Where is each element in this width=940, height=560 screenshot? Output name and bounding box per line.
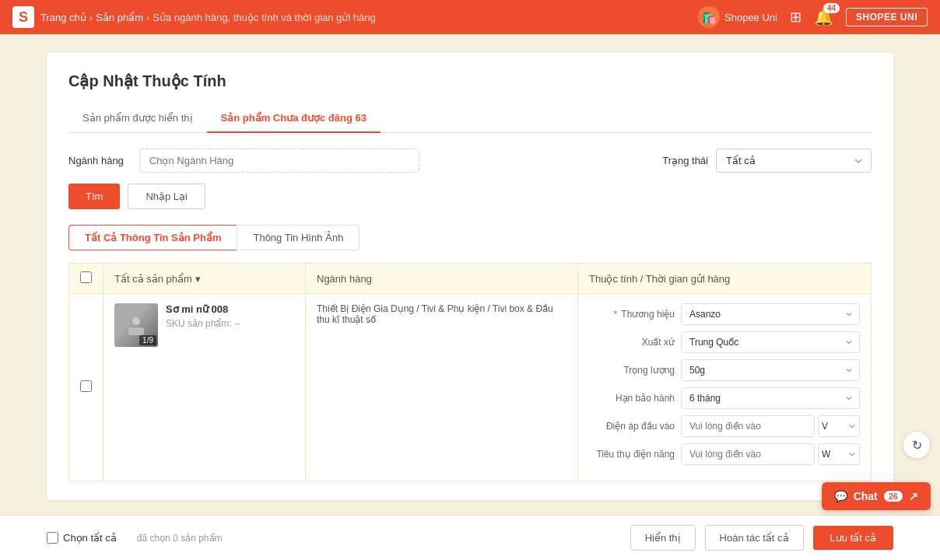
shopee-uni-link[interactable]: 🛍️ Shopee Uni (698, 6, 777, 28)
trang-thai-label: Trạng thái (662, 155, 708, 166)
row-product-cell: 1/9 Sơ mi nữ 008 SKU sản phẩm: -- (103, 294, 306, 481)
uni-avatar: 🛍️ (698, 6, 720, 28)
attr-dien-ap-input-wrap: V (681, 415, 860, 437)
side-refresh-icon[interactable]: ↻ (903, 431, 931, 459)
chat-arrow-icon: ↗ (909, 490, 918, 502)
chat-label: Chat (854, 490, 878, 502)
notification-icon[interactable]: 🔔 44 (814, 8, 833, 26)
attr-trong-luong-label: Trọng lượng (589, 365, 675, 376)
product-table: Tất cả sản phẩm ▾ Ngành hàng Thuộc tính … (68, 263, 872, 481)
attr-tieu-thu-input-wrap: W (681, 443, 860, 465)
attr-dien-ap: Điện áp đầu vào V (589, 415, 860, 437)
product-cell: 1/9 Sơ mi nữ 008 SKU sản phẩm: -- (114, 303, 294, 347)
shopee-logo[interactable]: S (12, 6, 34, 28)
row-nganh-cell: Thiết Bị Điện Gia Dụng / Tivi & Phụ kiện… (306, 294, 578, 481)
hoan-tac-button[interactable]: Hoàn tác tất cả (705, 525, 804, 551)
content-card: Cập Nhật Thuộc Tính Sản phẩm được hiển t… (47, 53, 893, 500)
chat-icon: 💬 (834, 490, 847, 502)
attr-thuong-hieu: * Thương hiệu Asanzo (589, 303, 860, 325)
nhap-lai-button[interactable]: Nhập Lại (128, 184, 205, 209)
attr-dien-ap-unit[interactable]: V (818, 415, 860, 437)
svg-point-0 (132, 317, 140, 325)
col-header-attr: Thuộc tính / Thời gian gửi hàng (578, 264, 872, 294)
footer-check-wrap: Chọn tất cả (47, 532, 117, 544)
attr-trong-luong: Trọng lượng 50g (589, 359, 860, 381)
tab-chua-dang[interactable]: Sản phẩm Chưa được đăng 63 (207, 104, 381, 133)
footer-right: Hiển thị Hoàn tác tất cả Lưu tất cả (630, 525, 893, 551)
attr-xuat-xu-select[interactable]: Trung Quốc (681, 331, 860, 353)
breadcrumb-products[interactable]: Sản phẩm (96, 12, 143, 23)
row-check-cell (69, 294, 103, 481)
grid-icon[interactable]: ⊞ (790, 9, 801, 26)
trang-thai-select[interactable]: Tất cả Đang hoạt động Đã ẩn (716, 149, 872, 173)
product-name: Sơ mi nữ 008 (166, 303, 240, 315)
user-button[interactable]: SHOPEE UNI (846, 8, 928, 26)
main-content: Cập Nhật Thuộc Tính Sản phẩm được hiển t… (0, 34, 940, 519)
col-header-product: Tất cả sản phẩm ▾ (103, 264, 306, 294)
product-sku: SKU sản phẩm: -- (166, 318, 240, 329)
footer-check-label: Chọn tất cả (63, 532, 117, 544)
attr-xuat-xu: Xuất xứ Trung Quốc (589, 331, 860, 353)
tab-bar: Sản phẩm được hiển thị Sản phẩm Chưa đượ… (68, 104, 872, 133)
breadcrumb: Trang chủ › Sản phẩm › Sửa ngành hàng, t… (40, 12, 376, 23)
footer-bar: Chọn tất cả đã chọn 0 sản phẩm Hiển thị … (0, 515, 940, 560)
trang-thai-filter: Trạng thái Tất cả Đang hoạt động Đã ẩn (662, 149, 872, 173)
attr-tieu-thu-unit[interactable]: W (818, 443, 860, 465)
attr-thuong-hieu-select[interactable]: Asanzo (681, 303, 860, 325)
action-buttons: Tìm Nhập Lại (68, 184, 872, 209)
tab-hien-thi[interactable]: Sản phẩm được hiển thị (68, 104, 207, 133)
col-header-nganh: Ngành hàng (306, 264, 578, 294)
footer-select-all[interactable] (47, 532, 58, 544)
luu-tat-ca-button[interactable]: Lưu tất cả (813, 526, 893, 550)
footer-selected-info: đã chọn 0 sản phẩm (137, 533, 223, 544)
chat-button[interactable]: 💬 Chat 26 ↗ (822, 482, 931, 510)
shopee-uni-label: Shopee Uni (724, 12, 777, 23)
attr-dien-ap-label: Điện áp đầu vào (589, 421, 675, 432)
attr-tieu-thu: Tiêu thụ điện năng W (589, 443, 860, 465)
attr-han-bao-hanh-select[interactable]: 6 tháng (681, 387, 860, 409)
attr-thuong-hieu-label: * Thương hiệu (589, 309, 675, 320)
table-row: 1/9 Sơ mi nữ 008 SKU sản phẩm: -- Thiết … (69, 294, 872, 481)
attr-trong-luong-select[interactable]: 50g (681, 359, 860, 381)
attr-han-bao-hanh: Hạn bảo hành 6 tháng (589, 387, 860, 409)
filter-row: Ngành hàng Trạng thái Tất cả Đang hoạt đ… (68, 149, 872, 173)
top-navigation: S Trang chủ › Sản phẩm › Sửa ngành hàng,… (0, 0, 940, 34)
hien-thi-button[interactable]: Hiển thị (630, 525, 696, 551)
segment-tab-bar: Tất Cả Thông Tin Sản Phẩm Thông Tin Hình… (68, 225, 872, 250)
seg-tab-image-info[interactable]: Thông Tin Hình Ảnh (237, 225, 360, 250)
thumb-badge: 1/9 (139, 335, 156, 345)
page-title: Cập Nhật Thuộc Tính (68, 72, 872, 90)
attr-han-bao-hanh-label: Hạn bảo hành (589, 393, 675, 404)
attr-xuat-xu-label: Xuất xứ (589, 337, 675, 348)
nganh-hang-value: Thiết Bị Điện Gia Dụng / Tivi & Phụ kiện… (317, 303, 566, 325)
col-header-check (69, 264, 103, 294)
tim-button[interactable]: Tìm (68, 184, 120, 209)
attr-tieu-thu-label: Tiêu thụ điện năng (589, 449, 675, 460)
breadcrumb-current: Sửa ngành hàng, thuộc tính và thời gian … (153, 12, 375, 23)
seg-tab-all-info[interactable]: Tất Cả Thông Tin Sản Phẩm (68, 225, 237, 250)
nav-right: 🛍️ Shopee Uni ⊞ 🔔 44 SHOPEE UNI (698, 6, 928, 28)
row-checkbox[interactable] (80, 380, 92, 392)
nganh-hang-input[interactable] (139, 149, 419, 173)
nganh-hang-label: Ngành hàng (68, 155, 124, 166)
breadcrumb-home[interactable]: Trang chủ (40, 12, 86, 23)
chat-badge: 26 (884, 491, 903, 502)
row-attr-cell: * Thương hiệu Asanzo Xuất xứ Trung Quốc (578, 294, 872, 481)
notif-badge: 44 (823, 3, 840, 13)
svg-rect-1 (128, 327, 144, 335)
attr-tieu-thu-input[interactable] (681, 443, 815, 465)
product-info: Sơ mi nữ 008 SKU sản phẩm: -- (166, 303, 240, 329)
attr-dien-ap-input[interactable] (681, 415, 815, 437)
select-all-checkbox[interactable] (80, 271, 92, 283)
product-thumbnail: 1/9 (114, 303, 158, 347)
